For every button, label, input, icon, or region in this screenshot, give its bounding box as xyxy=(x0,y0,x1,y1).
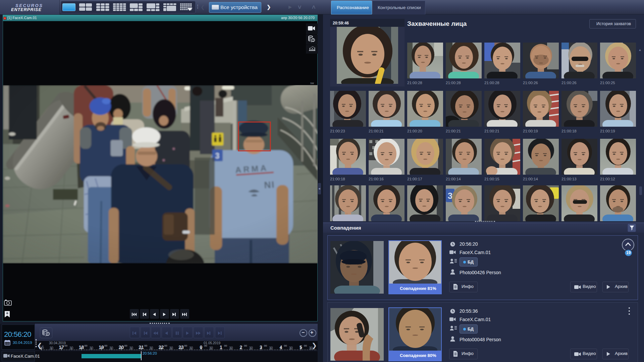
svg-text:00: 00 xyxy=(204,344,207,347)
svg-text:00: 00 xyxy=(184,344,187,347)
svg-text:00: 00 xyxy=(164,344,167,347)
svg-text:00: 00 xyxy=(124,344,127,347)
svg-text:00: 00 xyxy=(144,344,147,347)
svg-text:00: 00 xyxy=(284,344,287,347)
svg-text:00: 00 xyxy=(304,344,307,347)
svg-text:00: 00 xyxy=(64,344,67,347)
svg-text:00: 00 xyxy=(104,344,107,347)
svg-text:00: 00 xyxy=(224,344,227,347)
svg-text:00: 00 xyxy=(264,344,267,347)
svg-text:00: 00 xyxy=(244,344,247,347)
svg-text:00: 00 xyxy=(85,344,88,347)
